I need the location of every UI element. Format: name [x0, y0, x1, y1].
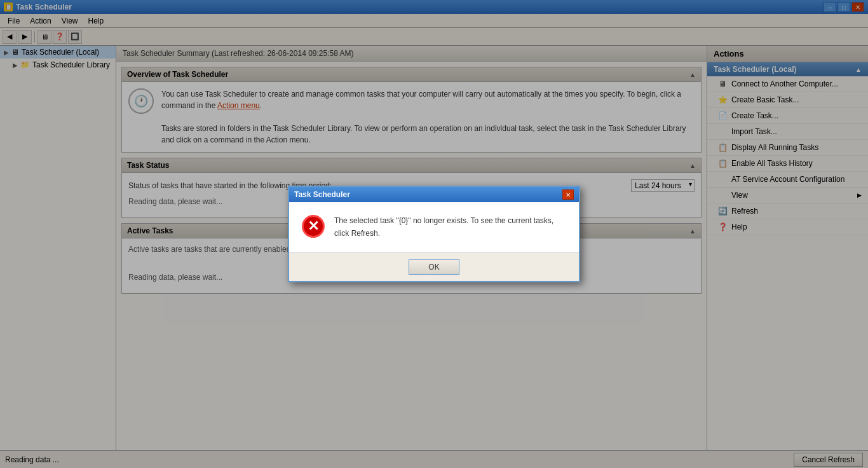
modal-ok-button[interactable]: OK	[409, 259, 459, 275]
error-icon: ✕	[302, 215, 325, 238]
modal-title: Task Scheduler	[294, 190, 350, 199]
modal-overlay: Task Scheduler ✕ ✕ The selected task "{0…	[0, 0, 868, 468]
modal-message: The selected task "{0}" no longer exists…	[334, 215, 566, 239]
modal-close-button[interactable]: ✕	[562, 189, 574, 200]
modal-title-bar: Task Scheduler ✕	[289, 187, 579, 202]
modal-footer: OK	[289, 252, 579, 281]
modal-body: ✕ The selected task "{0}" no longer exis…	[289, 202, 579, 252]
modal-dialog: Task Scheduler ✕ ✕ The selected task "{0…	[288, 186, 580, 282]
